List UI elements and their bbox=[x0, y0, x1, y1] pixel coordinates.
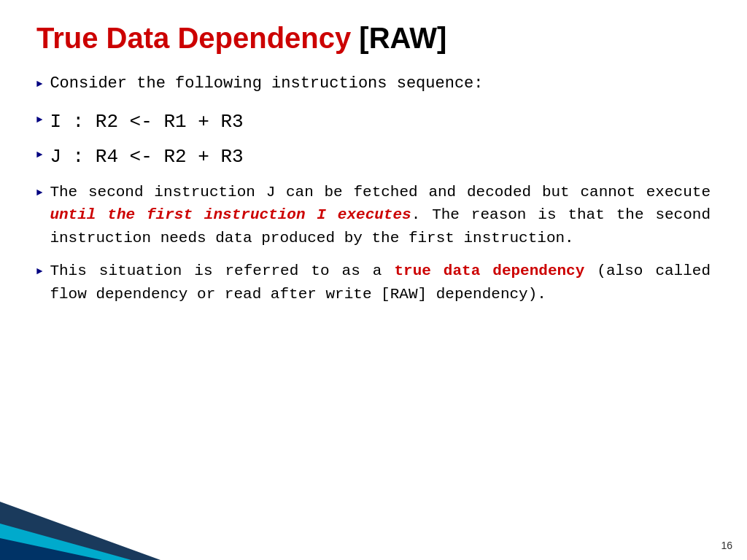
bullet-item-1: ► Consider the following instructions se… bbox=[36, 73, 711, 96]
slide: True Data Dependency [RAW] ► Consider th… bbox=[0, 0, 747, 560]
bullet-arrow-2: ► bbox=[36, 110, 42, 128]
bullet-item-4: ► The second instruction J can be fetche… bbox=[36, 181, 711, 250]
bullet-text-2: I : R2 <- R1 + R3 bbox=[50, 109, 711, 135]
bullet5-red: true data dependency bbox=[394, 262, 584, 279]
bullet-text-5: This situation is referred to as a true … bbox=[50, 260, 711, 306]
bullet4-red: until the first instruction I executes bbox=[50, 206, 411, 223]
bullet-text-4: The second instruction J can be fetched … bbox=[50, 181, 711, 250]
slide-content: ► Consider the following instructions se… bbox=[36, 73, 711, 306]
bullet-item-5: ► This situation is referred to as a tru… bbox=[36, 260, 711, 306]
bullet4-plain1: The second instruction J can be fetched … bbox=[50, 184, 711, 201]
bullet-arrow-1: ► bbox=[36, 74, 42, 92]
bullet5-plain1: This situation is referred to as a bbox=[50, 262, 394, 279]
page-number: 16 bbox=[721, 540, 732, 551]
bullet-arrow-5: ► bbox=[36, 261, 42, 279]
title-black-part: [RAW] bbox=[351, 22, 446, 54]
bullet-item-3: ► J : R4 <- R2 + R3 bbox=[36, 144, 711, 170]
bullet-text-3: J : R4 <- R2 + R3 bbox=[50, 144, 711, 170]
title-red-part: True Data Dependency bbox=[36, 22, 351, 54]
bottom-decoration bbox=[0, 494, 160, 560]
bullet-text-1: Consider the following instructions sequ… bbox=[50, 73, 711, 96]
slide-title: True Data Dependency [RAW] bbox=[36, 22, 711, 55]
bullet-item-2: ► I : R2 <- R1 + R3 bbox=[36, 109, 711, 135]
bullet-arrow-4: ► bbox=[36, 182, 42, 201]
bullet-arrow-3: ► bbox=[36, 145, 42, 163]
